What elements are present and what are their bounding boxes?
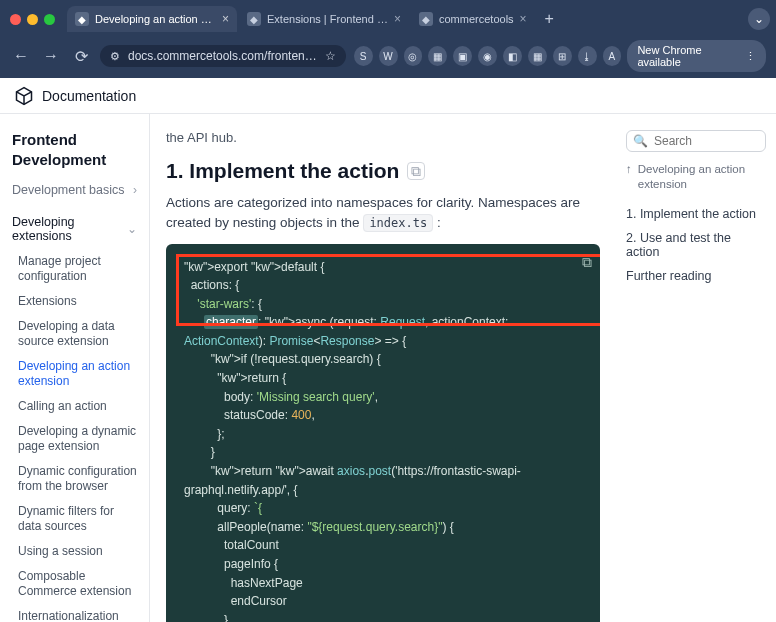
sidebar-item[interactable]: Developing a data source extension <box>12 314 137 354</box>
sidebar-item[interactable]: Using a session <box>12 539 137 564</box>
ext-icon[interactable]: W <box>379 46 398 66</box>
code-line: query: `{ <box>184 499 586 518</box>
forward-icon[interactable]: → <box>40 47 62 65</box>
toc-item[interactable]: 2. Use and test the action <box>626 226 766 264</box>
code-line: totalCount <box>184 536 586 555</box>
browser-tab-0[interactable]: ◆ Developing an action extension × <box>67 6 237 32</box>
copy-code-icon[interactable]: ⧉ <box>582 252 592 274</box>
address-bar-row: ← → ⟳ ⚙ docs.commercetools.com/fronten… … <box>0 34 776 80</box>
sidebar-section-basics[interactable]: Development basics › <box>12 183 137 197</box>
code-line: hasNextPage <box>184 574 586 593</box>
close-tab-icon[interactable]: × <box>394 12 401 26</box>
new-tab-button[interactable]: + <box>537 10 562 28</box>
ext-icon[interactable]: ◧ <box>503 46 522 66</box>
browser-tab-2[interactable]: ◆ commercetools × <box>411 6 535 32</box>
favicon-icon: ◆ <box>247 12 261 26</box>
code-line: statusCode: 400, <box>184 406 586 425</box>
chevron-right-icon: › <box>133 183 137 197</box>
search-input[interactable] <box>654 134 776 148</box>
url-text: docs.commercetools.com/fronten… <box>128 49 317 63</box>
search-box[interactable]: 🔍 ⌘ <box>626 130 766 152</box>
main-content: the API hub. 1. Implement the action ⧉ A… <box>150 80 616 622</box>
code-line: allPeople(name: "${request.query.search}… <box>184 518 586 537</box>
sidebar: Frontend Development Development basics … <box>0 80 150 622</box>
copy-link-icon[interactable]: ⧉ <box>407 162 425 180</box>
chevron-down-icon: ⌄ <box>127 222 137 236</box>
code-line: body: 'Missing search query', <box>184 388 586 407</box>
back-icon[interactable]: ← <box>10 47 32 65</box>
bookmark-icon[interactable]: ☆ <box>325 49 336 63</box>
code-line: character: "kw">async (request: Request,… <box>184 313 586 332</box>
tab-title: commercetools <box>439 13 514 25</box>
code-line: }; <box>184 425 586 444</box>
close-tab-icon[interactable]: × <box>222 12 229 26</box>
sidebar-item[interactable]: Extensions <box>12 289 137 314</box>
code-line: "kw">return { <box>184 369 586 388</box>
prev-paragraph-tail: the API hub. <box>166 130 600 145</box>
code-line: pageInfo { <box>184 555 586 574</box>
browser-chrome: ◆ Developing an action extension × ◆ Ext… <box>0 0 776 80</box>
page-body: Frontend Development Development basics … <box>0 80 776 622</box>
sidebar-section-extensions[interactable]: Developing extensions ⌄ <box>12 215 137 243</box>
tab-title: Developing an action extension <box>95 13 216 25</box>
doc-topbar: Documentation <box>0 78 776 114</box>
site-settings-icon[interactable]: ⚙ <box>110 50 120 63</box>
sidebar-heading: Frontend Development <box>12 130 137 169</box>
sidebar-item[interactable]: Developing a dynamic page extension <box>12 419 137 459</box>
reload-icon[interactable]: ⟳ <box>70 47 92 66</box>
ext-icon[interactable]: ▦ <box>428 46 447 66</box>
favicon-icon: ◆ <box>419 12 433 26</box>
ext-icon[interactable]: ◉ <box>478 46 497 66</box>
code-line: } <box>184 443 586 462</box>
search-icon: 🔍 <box>633 134 648 148</box>
code-line: "kw">if (!request.query.search) { <box>184 350 586 369</box>
toc-item[interactable]: Further reading <box>626 264 766 288</box>
sidebar-item[interactable]: Internationalization <box>12 604 137 622</box>
browser-tab-1[interactable]: ◆ Extensions | Frontend Develo × <box>239 6 409 32</box>
toc-item[interactable]: 1. Implement the action <box>626 202 766 226</box>
sidebar-item[interactable]: Composable Commerce extension <box>12 564 137 604</box>
download-icon[interactable]: ⭳ <box>578 46 597 66</box>
code-line: } <box>184 611 586 622</box>
ext-icon[interactable]: ◎ <box>404 46 423 66</box>
ext-icon[interactable]: ▣ <box>453 46 472 66</box>
extensions-icon[interactable]: ⊞ <box>553 46 572 66</box>
profile-icon[interactable]: A <box>603 46 622 66</box>
close-window-icon[interactable] <box>10 14 21 25</box>
favicon-icon: ◆ <box>75 12 89 26</box>
sidebar-item[interactable]: Manage project configuration <box>12 249 137 289</box>
tab-strip: ◆ Developing an action extension × ◆ Ext… <box>0 0 776 34</box>
new-chrome-button[interactable]: New Chrome available⋮ <box>627 40 766 72</box>
logo-icon <box>14 86 34 106</box>
tab-title: Extensions | Frontend Develo <box>267 13 388 25</box>
sidebar-item[interactable]: Dynamic configuration from the browser <box>12 459 137 499</box>
arrow-up-icon: ↑ <box>626 162 632 192</box>
code-block[interactable]: ⧉ "kw">export "kw">default { actions: { … <box>166 244 600 623</box>
sidebar-item[interactable]: Dynamic filters for data sources <box>12 499 137 539</box>
code-line: "kw">export "kw">default { <box>184 258 586 277</box>
code-line: 'star-wars': { <box>184 295 586 314</box>
ext-icon[interactable]: ▦ <box>528 46 547 66</box>
topbar-title: Documentation <box>42 88 136 104</box>
sidebar-item[interactable]: Calling an action <box>12 394 137 419</box>
code-line: "kw">return "kw">await axios.post('https… <box>184 462 586 481</box>
code-line: endCursor <box>184 592 586 611</box>
minimize-window-icon[interactable] <box>27 14 38 25</box>
chevron-down-icon[interactable]: ⌄ <box>748 8 770 30</box>
maximize-window-icon[interactable] <box>44 14 55 25</box>
toc: 🔍 ⌘ ↑ Developing an action extension 1. … <box>616 80 776 622</box>
intro-paragraph: Actions are categorized into namespaces … <box>166 193 600 234</box>
code-line: ActionContext): Promise<Response> => { <box>184 332 586 351</box>
ext-icon[interactable]: S <box>354 46 373 66</box>
address-bar[interactable]: ⚙ docs.commercetools.com/fronten… ☆ <box>100 45 346 67</box>
inline-code: index.ts <box>363 214 433 232</box>
close-tab-icon[interactable]: × <box>520 12 527 26</box>
code-line: graphql.netlify.app/', { <box>184 481 586 500</box>
window-controls[interactable] <box>10 14 55 25</box>
toc-parent-link[interactable]: ↑ Developing an action extension <box>626 162 766 192</box>
sidebar-item[interactable]: Developing an action extension <box>12 354 137 394</box>
code-line: actions: { <box>184 276 586 295</box>
page-heading: 1. Implement the action <box>166 159 399 183</box>
